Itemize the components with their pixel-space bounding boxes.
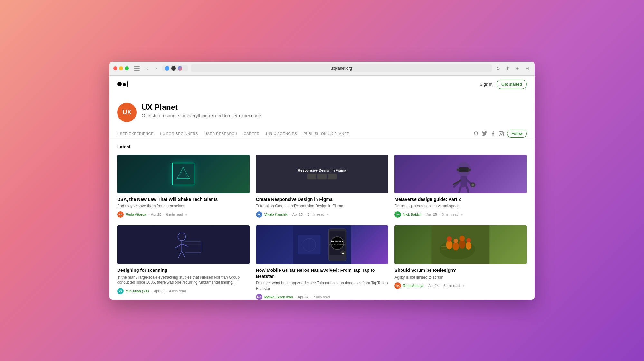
twitter-icon (482, 131, 487, 136)
dsa-art (175, 166, 191, 182)
facebook-icon-button[interactable] (490, 131, 496, 136)
tab-publish[interactable]: PUBLISH ON UX PLANET (303, 128, 349, 139)
articles-grid-row1: DSA, the New Law That Will Shake Tech Gi… (117, 155, 527, 218)
sidebar-button[interactable]: ⊞ (524, 65, 531, 72)
meta-sep-10: · (310, 295, 311, 299)
publication-logo: UX (117, 103, 137, 122)
svg-point-34 (331, 237, 344, 250)
forward-button[interactable]: › (153, 65, 160, 72)
article-card-scrum[interactable]: Should Scrum be Redesign? Agility is not… (394, 225, 527, 299)
meta-readtime-metaverse: 6 min read (442, 213, 459, 216)
browser-actions: ⬆ + ⊞ (504, 65, 531, 72)
meta-sep-7: · (151, 289, 152, 293)
twitter-icon-button[interactable] (482, 131, 487, 136)
author-name-scrum: Reda Attarça (403, 284, 423, 288)
meta-sep-8: · (166, 289, 167, 293)
figma-thumb-text: Responsive Design in Figma (295, 168, 349, 172)
browser-icons (162, 65, 188, 71)
article-meta-dsa: RA Reda Attarça · Apr 25 · 6 min read ★ (117, 211, 250, 218)
svg-line-6 (178, 167, 183, 180)
beatstar-art: BEATSTAR TOUCH YOUR MUSIC (256, 225, 388, 264)
share-button[interactable]: ⬆ (504, 65, 511, 72)
article-card-beatstar[interactable]: BEATSTAR TOUCH YOUR MUSIC How Mo (256, 225, 388, 299)
instagram-icon-button[interactable] (499, 131, 504, 136)
tab-ux-for-beginners[interactable]: UX FOR BEGINNERS (160, 128, 198, 139)
article-subtitle-dsa: And maybe save them from themselves (117, 204, 250, 209)
article-subtitle-beatstar: Discover what has happened since Tain mo… (256, 280, 388, 291)
author-name-metaverse: Nick Babich (403, 213, 421, 216)
tab-user-experience[interactable]: USER EXPERIENCE (117, 128, 154, 139)
browser-icon-3 (178, 66, 182, 71)
svg-point-50 (466, 242, 472, 250)
refresh-button[interactable]: ↻ (495, 65, 502, 72)
svg-text:TOUCH YOUR MUSIC: TOUCH YOUR MUSIC (329, 244, 346, 246)
meta-date-metaverse: Apr 25 (426, 213, 437, 216)
avatar-scrum: RA (394, 282, 401, 289)
svg-point-4 (502, 132, 503, 132)
content-area: Latest DSA (109, 139, 535, 300)
close-button[interactable] (113, 66, 117, 70)
article-card-figma[interactable]: Responsive Design in Figma Create Respon… (256, 155, 388, 218)
svg-line-17 (459, 187, 461, 193)
svg-point-20 (472, 184, 474, 186)
publication-name: UX Planet (142, 103, 261, 112)
meta-date-scanning: Apr 25 (154, 289, 164, 293)
meta-sep-1: · (148, 213, 149, 216)
article-thumb-figma: Responsive Design in Figma (256, 155, 388, 193)
get-started-button[interactable]: Get started (497, 80, 527, 89)
author-name-scanning: Yun Xuan (YX) (126, 289, 149, 293)
top-nav: Sign in Get started (109, 76, 535, 93)
article-subtitle-metaverse: Designing interactions in virtual space (394, 204, 527, 209)
tab-user-research[interactable]: USER RESEARCH (204, 128, 237, 139)
scanning-art (117, 225, 250, 264)
article-title-metaverse: Metaverse design guide: Part 2 (394, 196, 527, 202)
article-title-dsa: DSA, the New Law That Will Shake Tech Gi… (117, 196, 250, 202)
browser-icon-1 (165, 66, 169, 71)
article-subtitle-figma: Tutorial on Creating a Responsive Design… (256, 204, 388, 209)
article-title-scanning: Designing for scanning (117, 267, 250, 273)
meta-star-figma: ★ (326, 213, 329, 216)
author-name-dsa: Reda Attarça (126, 213, 146, 216)
sidebar-toggle[interactable] (134, 66, 140, 71)
tab-career[interactable]: CAREER (244, 128, 260, 139)
page-content: Sign in Get started UX UX Planet One-sto… (109, 76, 535, 300)
svg-point-46 (453, 242, 459, 250)
new-tab-button[interactable]: + (514, 65, 521, 72)
tab-ui-ux-agencies[interactable]: UI/UX AGENCIES (266, 128, 297, 139)
article-thumb-dsa (117, 155, 250, 193)
figma-box-2 (317, 174, 327, 179)
article-card-dsa[interactable]: DSA, the New Law That Will Shake Tech Gi… (117, 155, 250, 218)
publication-info: UX Planet One-stop resource for everythi… (142, 103, 261, 118)
back-button[interactable]: ‹ (144, 65, 151, 72)
url-bar[interactable]: uxplanet.org (191, 64, 492, 72)
article-subtitle-scanning: In the many large-scale eyetracking stud… (117, 275, 250, 286)
svg-point-51 (467, 238, 471, 242)
author-name-figma: Vikalp Kaushik (264, 213, 288, 216)
logo-line (127, 81, 128, 87)
maximize-button[interactable] (125, 66, 129, 70)
meta-date-beatstar: Apr 24 (298, 295, 308, 299)
search-icon-button[interactable] (474, 131, 479, 136)
publication-header: UX UX Planet One-stop resource for every… (109, 93, 535, 128)
svg-point-47 (454, 239, 458, 243)
avatar-dsa: RA (117, 211, 124, 218)
article-thumb-scrum (394, 225, 527, 264)
article-meta-scanning: YX Yun Xuan (YX) · Apr 25 · 4 min read (117, 288, 250, 294)
article-meta-beatstar: MC Melike Ceren İnan · Apr 24 · 7 min re… (256, 294, 388, 299)
sign-in-button[interactable]: Sign in (480, 82, 493, 87)
svg-rect-13 (461, 176, 467, 187)
article-card-scanning[interactable]: Designing for scanning In the many large… (117, 225, 250, 299)
svg-rect-11 (457, 169, 460, 171)
svg-rect-2 (499, 131, 504, 136)
avatar-beatstar: MC (256, 294, 262, 299)
article-title-scrum: Should Scrum be Redesign? (394, 267, 527, 273)
medium-logo[interactable] (117, 81, 129, 88)
article-card-metaverse[interactable]: Metaverse design guide: Part 2 Designing… (394, 155, 527, 218)
nav-tabs: USER EXPERIENCE UX FOR BEGINNERS USER RE… (109, 128, 535, 139)
follow-button[interactable]: Follow (507, 130, 527, 138)
svg-text:BEATSTAR: BEATSTAR (331, 240, 343, 242)
meta-sep-9: · (295, 295, 296, 299)
minimize-button[interactable] (119, 66, 123, 70)
meta-readtime-scrum: 5 min read (443, 284, 460, 288)
svg-marker-5 (177, 167, 190, 179)
